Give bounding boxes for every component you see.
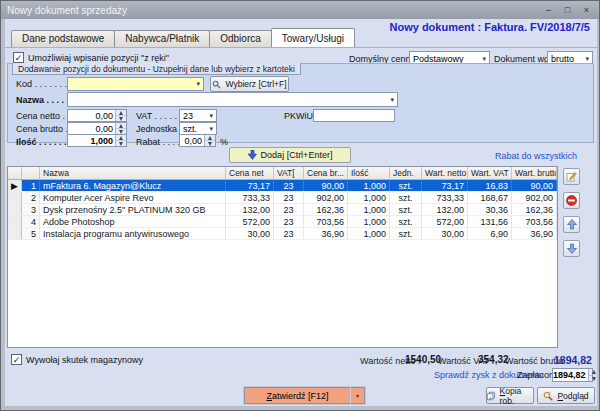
column-header: Wart. VAT [468,167,512,179]
table-row[interactable]: 2Komputer Acer Aspire Revo733,3323902,00… [8,192,557,204]
table-cell-cena_br: 902,00 [304,192,348,203]
table-row[interactable]: ▶1mFaktura 6. Magazyn@Klucz73,172390,001… [8,180,557,192]
move-up-button[interactable] [563,216,580,233]
podglad-button[interactable]: Podgląd [537,387,595,404]
table-cell-cena_net: 733,33 [226,192,274,203]
column-header: Nazwa [40,167,226,179]
spinner-buttons[interactable] [115,135,126,146]
table-cell-wart_vat: 168,67 [468,192,512,203]
spinner-buttons[interactable] [588,369,592,381]
ilosc-spinner[interactable]: 1,000 [67,134,127,147]
table-cell-ilosc: 1,000 [348,216,390,227]
arrow-down-icon [567,243,577,254]
delete-icon [566,195,577,206]
cena-brutto-value: 0,00 [68,123,115,134]
table-cell-jedn: szt. [390,192,422,203]
tab-towary-uslugi[interactable]: Towary/Usługi [271,28,355,47]
pricing-mode-value: brutto [551,54,574,64]
nazwa-label: Nazwa . . . . . [16,95,69,105]
move-down-button[interactable] [563,240,580,257]
wybierz-label: Wybierz [Ctrl+F] [225,79,286,89]
table-cell-jedn: szt. [390,180,422,191]
table-cell-wart_brutto: 36,90 [512,228,557,239]
table-cell-nazwa: Instalacja programu antywirusowego [40,228,226,239]
cena-netto-spinner[interactable]: 0,00 [67,109,127,122]
vat-value: 23 [183,111,193,121]
table-cell-num: 4 [22,216,40,227]
rabat-spinner[interactable]: 0,00 [179,134,216,147]
tab-strip: Dane podstawowe Nabywca/Płatnik Odbiorca… [11,30,354,48]
pkwiu-input[interactable] [313,109,395,122]
table-cell-cena_net: 572,00 [226,216,274,227]
table-header-row: NazwaCena netVAT[Cena br...IlośćJedn.War… [8,167,557,180]
table-cell-ilosc: 1,000 [348,180,390,191]
table-cell-wart_brutto: 162,36 [512,204,557,215]
table-body: ▶1mFaktura 6. Magazyn@Klucz73,172390,001… [8,180,557,240]
table-cell-num: 2 [22,192,40,203]
kod-combobox[interactable]: ▾ [67,77,204,91]
table-cell-num: 1 [22,180,40,191]
edit-item-button[interactable] [563,168,580,185]
column-header: Jedn. [390,167,422,179]
table-cell-nazwa: mFaktura 6. Magazyn@Klucz [40,180,226,191]
rabat-do-wszystkich-link[interactable]: Rabat do wszystkich [495,151,577,161]
table-cell-jedn: szt. [390,204,422,215]
wybierz-button[interactable]: Wybierz [Ctrl+F] [210,76,289,92]
table-cell-vat: 23 [274,180,304,191]
minimize-button[interactable]: – [540,4,557,17]
row-indicator [8,216,22,227]
title-bar[interactable]: Nowy dokument sprzedaży – □ × [1,1,600,19]
warehouse-effect-checkbox[interactable]: ✓ [11,354,22,365]
chevron-down-icon: ▾ [479,55,489,63]
chevron-down-icon: ▾ [193,80,203,88]
column-header: Cena br... [304,167,348,179]
table-cell-ilosc: 1,000 [348,228,390,239]
copy-document-icon [487,391,496,401]
rabat-value: 0,00 [180,135,204,146]
table-row[interactable]: 3Dysk przenośny 2.5" PLATINUM 320 GB132,… [8,204,557,216]
chevron-down-icon: ▾ [356,392,359,399]
vat-select[interactable]: 23 ▾ [179,109,217,122]
maximize-button[interactable]: □ [559,4,576,17]
search-icon [212,80,221,89]
table-cell-vat: 23 [274,204,304,215]
column-header: Cena net [226,167,274,179]
table-cell-cena_br: 162,36 [304,204,348,215]
edit-pencil-icon [566,171,577,182]
tab-odbiorca[interactable]: Odbiorca [209,30,272,47]
table-cell-num: 3 [22,204,40,215]
delete-item-button[interactable] [563,192,580,209]
jednostka-value: szt. [183,124,197,134]
spinner-buttons[interactable] [115,110,126,121]
column-header: Wart. netto [422,167,468,179]
zatwierdz-button[interactable]: Zatwierdź [F12] [244,387,351,404]
chevron-down-icon: ▾ [582,55,592,63]
manual-entry-checkbox[interactable]: ✓ [13,52,24,63]
table-row[interactable]: 5Instalacja programu antywirusowego30,00… [8,228,557,240]
podglad-label: Podgląd [557,391,588,401]
spinner-buttons[interactable] [115,123,126,134]
table-cell-num: 5 [22,228,40,239]
paid-spinner[interactable]: 1894,82 [552,368,593,382]
dodaj-button[interactable]: Dodaj [Ctrl+Enter] [229,147,351,163]
column-header: VAT[ [274,167,304,179]
spinner-buttons[interactable] [204,135,215,146]
arrow-up-icon [567,219,577,230]
tab-nabywca-platnik[interactable]: Nabywca/Płatnik [114,30,210,47]
panel-caption: Dodawanie pozycji do dokumentu - Uzupełn… [12,63,301,75]
pricelist-value: Podstawowy [413,54,464,64]
table-cell-wart_brutto: 703,56 [512,216,557,227]
tab-dane-podstawowe[interactable]: Dane podstawowe [11,30,115,47]
preview-magnifier-icon [543,391,553,401]
close-button[interactable]: × [578,4,595,17]
row-indicator: ▶ [8,180,22,191]
ilosc-label: Ilość . . . . . . [16,137,67,147]
row-indicator [8,192,22,203]
table-row[interactable]: 4Adobe Photoshop572,0023703,561,000szt.5… [8,216,557,228]
vat-total-value: 354,32 [478,354,509,365]
table-cell-cena_net: 30,00 [226,228,274,239]
brutto-total-value: 1894,82 [554,354,592,366]
zatwierdz-dropdown-button[interactable]: ▾ [351,387,365,404]
nazwa-combobox[interactable]: ▾ [67,92,398,107]
kopia-rob-button[interactable]: Kopia rob. [486,387,534,404]
